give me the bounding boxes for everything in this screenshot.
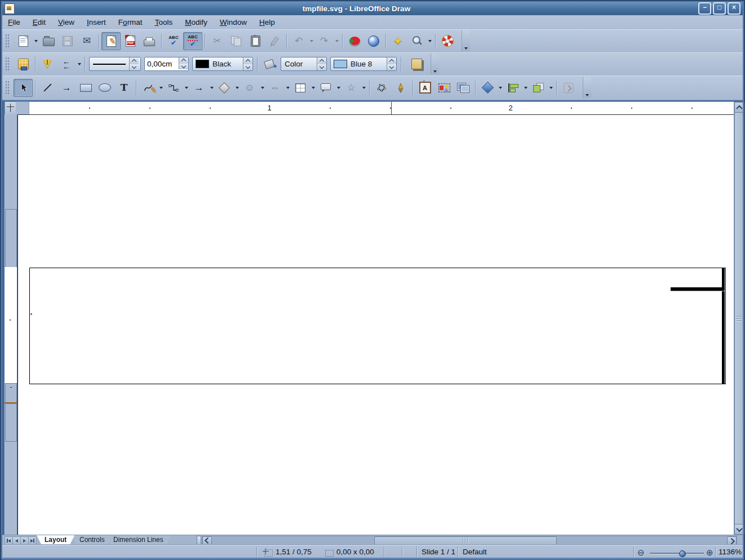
previous-page-button[interactable] <box>12 536 21 545</box>
line-width-spinner[interactable] <box>179 57 188 69</box>
cut-button[interactable]: ✂ <box>207 32 227 50</box>
menu-format[interactable]: Format <box>112 16 149 28</box>
line-arrow-tool-button[interactable]: → <box>57 79 76 97</box>
menu-window[interactable]: Window <box>214 16 253 28</box>
arrow-style-dropdown[interactable] <box>76 56 82 73</box>
toolbar-overflow-button[interactable] <box>462 30 470 51</box>
last-page-button[interactable] <box>28 536 37 545</box>
ellipse-tool-button[interactable] <box>95 79 114 97</box>
zoom-slider-thumb[interactable] <box>679 550 686 557</box>
undo-button[interactable]: ↶ <box>289 32 308 50</box>
insert-image-button[interactable] <box>434 79 454 97</box>
spin-down-icon[interactable] <box>387 64 396 71</box>
zoom-slider[interactable] <box>650 553 704 554</box>
zoom-out-button[interactable]: ⊖ <box>637 548 645 557</box>
toolbar-overflow-button[interactable] <box>431 54 439 74</box>
spin-down-icon[interactable] <box>130 64 139 71</box>
scroll-up-button[interactable] <box>734 102 744 113</box>
styles-formatting-button[interactable] <box>14 55 33 73</box>
line-color-select[interactable]: Black <box>192 57 253 71</box>
page-style[interactable]: Default <box>463 548 487 556</box>
scroll-down-button[interactable] <box>734 524 744 535</box>
gallery-panel-button[interactable] <box>454 79 473 97</box>
clone-formatting-button[interactable] <box>265 32 284 50</box>
titlebar[interactable]: tmpfile.svg - LibreOffice Draw − □ × <box>2 2 743 16</box>
lines-arrows-dropdown[interactable] <box>209 79 215 96</box>
email-button[interactable]: ✉ <box>77 32 96 50</box>
zoom-in-button[interactable]: ⊕ <box>706 548 713 557</box>
toolbar-overflow-button[interactable] <box>583 77 591 98</box>
next-page-button[interactable] <box>20 536 29 545</box>
alignment-button[interactable] <box>503 79 522 97</box>
curve-dropdown[interactable] <box>158 79 164 96</box>
spin-down-icon[interactable] <box>179 64 188 70</box>
menu-modify[interactable]: Modify <box>179 16 214 28</box>
interaction-button[interactable] <box>559 79 578 97</box>
line-width-input[interactable] <box>145 59 179 69</box>
menu-help[interactable]: Help <box>253 16 281 28</box>
scroll-left-button[interactable] <box>202 536 212 545</box>
text-tool-button[interactable]: T <box>114 79 134 97</box>
select-tool-button[interactable] <box>14 79 33 97</box>
tab-layout[interactable]: Layout <box>37 535 74 544</box>
pane-splitter[interactable] <box>197 536 201 545</box>
spin-up-icon[interactable] <box>387 57 396 64</box>
stars-dropdown[interactable] <box>361 79 367 96</box>
ruler-origin-button[interactable] <box>5 101 17 115</box>
block-arrows-button[interactable]: ⇔ <box>265 79 285 97</box>
fontwork-button[interactable]: A <box>415 79 434 97</box>
alignment-dropdown[interactable] <box>522 79 529 96</box>
spelling-button[interactable]: ABC✔ <box>164 32 183 50</box>
paste-button[interactable] <box>246 32 265 50</box>
connector-dropdown[interactable] <box>183 79 189 96</box>
fill-type-spinner[interactable] <box>317 57 326 70</box>
toolbar-grip[interactable] <box>5 81 10 95</box>
area-dialog-button[interactable] <box>260 55 279 73</box>
zoom-button[interactable] <box>407 32 427 50</box>
symbol-shapes-dropdown[interactable] <box>259 79 265 96</box>
curve-tool-button[interactable]: ✎ <box>139 79 158 97</box>
edit-points-button[interactable] <box>372 79 391 97</box>
callouts-dropdown[interactable] <box>335 79 342 96</box>
lines-arrows-button[interactable]: → <box>189 79 209 97</box>
redo-dropdown[interactable] <box>334 33 340 50</box>
toolbar-grip[interactable] <box>5 57 10 72</box>
rotate-button[interactable] <box>478 79 497 97</box>
insert-chart-button[interactable] <box>345 32 364 50</box>
shadow-button[interactable] <box>407 55 426 73</box>
tab-dimension-lines[interactable]: Dimension Lines <box>105 535 171 544</box>
scroll-right-button[interactable] <box>727 536 737 545</box>
vertical-scrollbar-thumb[interactable] <box>734 112 744 525</box>
spin-up-icon[interactable] <box>130 57 139 64</box>
new-document-button[interactable] <box>14 32 33 50</box>
fill-color-select[interactable]: Blue 8 <box>330 57 397 71</box>
menu-edit[interactable]: Edit <box>26 16 52 28</box>
new-document-dropdown[interactable] <box>33 33 39 50</box>
arrow-style-button[interactable]: ←← <box>57 55 76 73</box>
redo-button[interactable]: ↷ <box>314 32 334 50</box>
save-button[interactable] <box>58 32 77 50</box>
glue-points-button[interactable] <box>391 79 410 97</box>
spin-down-icon[interactable] <box>317 64 326 71</box>
menu-insert[interactable]: Insert <box>81 16 112 28</box>
menu-file[interactable]: File <box>2 16 26 28</box>
flowchart-dropdown[interactable] <box>310 79 316 96</box>
connector-tool-button[interactable] <box>164 79 183 97</box>
zoom-dropdown[interactable] <box>427 33 433 50</box>
fill-type-select[interactable]: Color <box>281 57 327 71</box>
vertical-ruler[interactable]: - <box>5 114 17 535</box>
line-color-spinner[interactable] <box>243 57 252 70</box>
spin-up-icon[interactable] <box>317 57 326 64</box>
arrange-dropdown[interactable] <box>548 79 554 96</box>
display-grid-button[interactable]: ✦ <box>388 32 407 50</box>
minimize-button[interactable]: − <box>698 2 711 15</box>
callouts-button[interactable] <box>316 79 335 97</box>
edit-file-button[interactable]: ✎ <box>101 32 121 50</box>
line-tool-button[interactable] <box>38 79 57 97</box>
print-button[interactable] <box>140 32 159 50</box>
drawn-thick-vertical-line[interactable] <box>722 268 725 384</box>
canvas[interactable] <box>17 114 734 535</box>
gallery-button[interactable] <box>364 32 383 50</box>
stars-button[interactable]: ☆ <box>342 79 361 97</box>
fill-color-spinner[interactable] <box>387 57 396 70</box>
